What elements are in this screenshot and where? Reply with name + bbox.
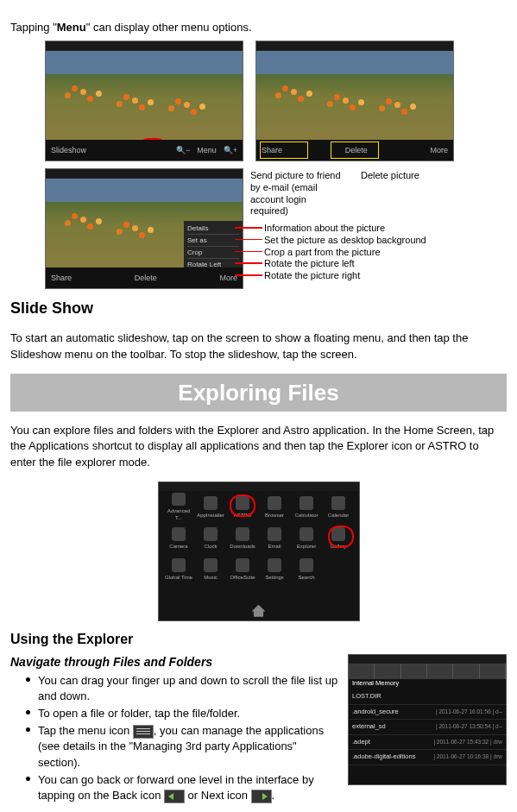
app-cell: Camera — [164, 524, 194, 553]
highlight-astro — [230, 494, 255, 517]
intro-bold: Menu — [57, 21, 86, 34]
app-cell: Global Time — [164, 555, 194, 584]
callout-rotright: Rotate the picture right — [264, 270, 360, 282]
callouts-column: Send picture to friend by e-mail (email … — [250, 168, 507, 282]
context-menu-item: Set as — [187, 235, 239, 247]
intro-after: " can display other menu options. — [86, 21, 252, 34]
screenshot-gallery-menu: Slideshow 🔍− Menu 🔍+ — [45, 41, 243, 161]
app-cell: Browser — [260, 493, 290, 522]
app-cell: Downloads — [228, 524, 258, 553]
intro-before: Tapping " — [10, 21, 57, 34]
slideshow-body: To start an automatic slideshow, tap on … — [10, 330, 507, 362]
app-cell: AppInstaller — [196, 493, 226, 522]
bullet-1: You can drag your finger up and down to … — [26, 673, 507, 704]
highlight-share — [260, 142, 308, 159]
callout-rotleft: Rotate the picture left — [264, 258, 355, 270]
screenshot-share-delete: Share Delete More — [255, 41, 454, 161]
callout-send: Send picture to friend by e-mail (email … — [250, 170, 345, 217]
app-cell: Calendar — [324, 493, 354, 522]
context-menu-item: Crop — [187, 247, 239, 259]
bullet-3: Tap the menu icon , you can manage the a… — [26, 723, 507, 771]
callout-crop: Crop a part from the picture — [264, 247, 381, 259]
back-icon — [164, 790, 185, 803]
screenshot-context-menu: Details Set as Crop Rotate Left Rotate R… — [45, 168, 243, 289]
figure-row-1: Slideshow 🔍− Menu 🔍+ Share Delete More — [45, 41, 507, 161]
bullet-list: You can drag your finger up and down to … — [10, 673, 507, 804]
context-menu-item: Details — [187, 223, 239, 235]
highlight-explorer — [328, 526, 354, 548]
callout-delete: Delete picture — [361, 170, 419, 217]
heading-slideshow: Slide Show — [10, 298, 507, 319]
app-cell: Calculator — [292, 493, 322, 522]
callout-info: Information about the picture — [264, 223, 385, 235]
toolbar-slideshow: Slideshow — [51, 145, 86, 156]
app-cell: Music — [196, 555, 226, 584]
app-cell: Email — [260, 524, 290, 553]
app-cell: Settings — [260, 555, 290, 584]
highlight-delete — [331, 142, 379, 159]
screenshot-appdrawer: Advanced T...AppInstallerASTROBrowserCal… — [158, 482, 360, 621]
bullet-4: You can go back or forward one level in … — [26, 772, 507, 803]
app-cell: OfficeSuite — [228, 555, 258, 584]
menu-icon — [133, 725, 154, 739]
app-cell: Clock — [196, 524, 226, 553]
app-cell: Search — [292, 555, 322, 584]
explore-body: You can explore files and folders with t… — [10, 423, 507, 470]
heading-exploring: Exploring Files — [10, 374, 507, 412]
heading-using: Using the Explorer — [10, 630, 507, 649]
bullet-2: To open a file or folder, tap the file/f… — [26, 706, 507, 721]
callout-wallpaper: Set the picture as desktop background — [264, 235, 426, 247]
app-cell: Advanced T... — [164, 493, 194, 522]
toolbar-menu: Menu — [197, 145, 217, 156]
toolbar-more: More — [430, 145, 448, 156]
app-cell: Explorer — [292, 524, 322, 553]
home-icon — [252, 605, 266, 617]
next-icon — [251, 790, 272, 803]
intro-line: Tapping "Menu" can display other menu op… — [10, 20, 507, 35]
